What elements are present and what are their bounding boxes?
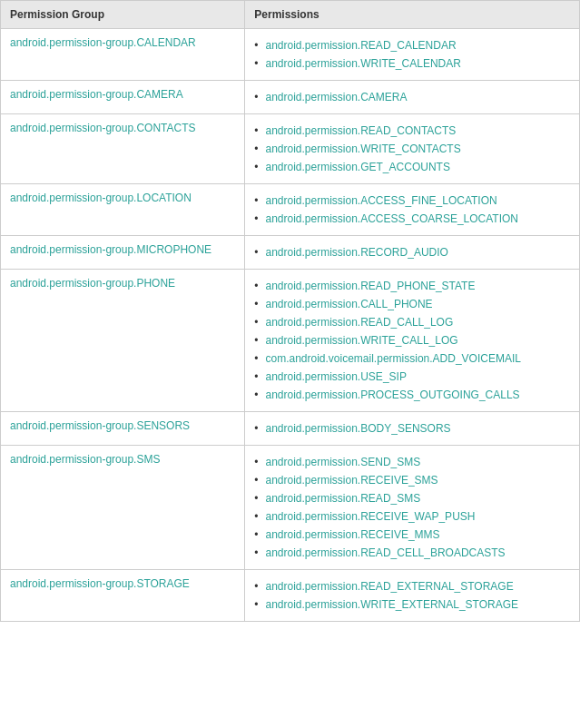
permission-item: android.permission.WRITE_EXTERNAL_STORAG… [254,595,570,614]
table-row: android.permission-group.CAMERAandroid.p… [1,81,580,114]
permission-item: android.permission.WRITE_CALL_LOG [254,331,570,349]
group-cell: android.permission-group.STORAGE [1,570,245,622]
table-row: android.permission-group.LOCATIONandroid… [1,184,580,236]
permissions-cell: android.permission.READ_PHONE_STATEandro… [245,270,580,412]
header-group: Permission Group [1,1,245,29]
permission-item: android.permission.WRITE_CONTACTS [254,140,570,158]
permissions-cell: android.permission.CAMERA [245,81,580,114]
permission-item: android.permission.CAMERA [254,88,570,106]
permissions-cell: android.permission.BODY_SENSORS [245,412,580,446]
header-permissions: Permissions [245,1,580,29]
permission-item: android.permission.RECEIVE_MMS [254,526,570,544]
permission-item: android.permission.WRITE_CALENDAR [254,54,570,73]
table-row: android.permission-group.MICROPHONEandro… [1,236,580,270]
permission-item: android.permission.READ_CONTACTS [254,122,570,140]
table-row: android.permission-group.CALENDARandroid… [1,29,580,81]
permission-item: android.permission.SEND_SMS [254,453,570,471]
table-row: android.permission-group.CONTACTSandroid… [1,114,580,184]
permission-item: android.permission.USE_SIP [254,368,570,386]
permissions-cell: android.permission.READ_EXTERNAL_STORAGE… [245,570,580,622]
permission-item: com.android.voicemail.permission.ADD_VOI… [254,349,570,368]
group-cell: android.permission-group.SENSORS [1,412,245,446]
permission-item: android.permission.GET_ACCOUNTS [254,158,570,176]
permission-item: android.permission.CALL_PHONE [254,295,570,313]
table-row: android.permission-group.PHONEandroid.pe… [1,270,580,412]
table-row: android.permission-group.SENSORSandroid.… [1,412,580,446]
group-cell: android.permission-group.MICROPHONE [1,236,245,270]
permissions-cell: android.permission.SEND_SMSandroid.permi… [245,446,580,570]
permissions-cell: android.permission.READ_CONTACTSandroid.… [245,114,580,184]
permission-item: android.permission.RECEIVE_WAP_PUSH [254,507,570,526]
group-cell: android.permission-group.SMS [1,446,245,570]
group-cell: android.permission-group.CAMERA [1,81,245,114]
permissions-cell: android.permission.ACCESS_FINE_LOCATIONa… [245,184,580,236]
permission-item: android.permission.PROCESS_OUTGOING_CALL… [254,386,570,404]
permission-item: android.permission.READ_SMS [254,489,570,507]
permission-item: android.permission.RECORD_AUDIO [254,243,570,261]
group-cell: android.permission-group.CALENDAR [1,29,245,81]
group-cell: android.permission-group.CONTACTS [1,114,245,184]
permission-item: android.permission.RECEIVE_SMS [254,471,570,489]
permission-item: android.permission.READ_EXTERNAL_STORAGE [254,577,570,595]
permission-item: android.permission.BODY_SENSORS [254,419,570,438]
permissions-cell: android.permission.RECORD_AUDIO [245,236,580,270]
permission-item: android.permission.READ_PHONE_STATE [254,277,570,295]
table-row: android.permission-group.SMSandroid.perm… [1,446,580,570]
permission-item: android.permission.READ_CALL_LOG [254,313,570,331]
table-row: android.permission-group.STORAGEandroid.… [1,570,580,622]
permissions-cell: android.permission.READ_CALENDARandroid.… [245,29,580,81]
permissions-table: Permission Group Permissions android.per… [0,0,580,622]
permission-item: android.permission.ACCESS_COARSE_LOCATIO… [254,210,570,228]
permission-item: android.permission.ACCESS_FINE_LOCATION [254,192,570,210]
group-cell: android.permission-group.LOCATION [1,184,245,236]
group-cell: android.permission-group.PHONE [1,270,245,412]
permission-item: android.permission.READ_CELL_BROADCASTS [254,544,570,562]
permission-item: android.permission.READ_CALENDAR [254,36,570,54]
